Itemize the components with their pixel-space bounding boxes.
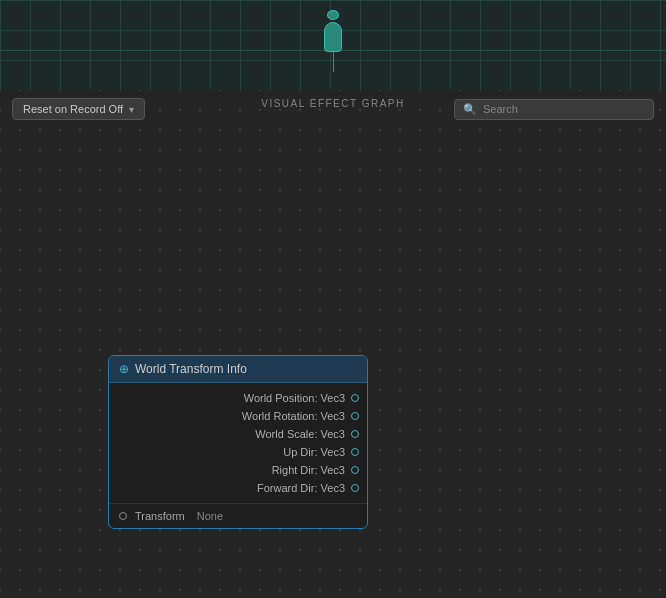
node-row: Right Dir: Vec3 (109, 461, 367, 479)
node-row: World Position: Vec3 (109, 389, 367, 407)
node-row: Up Dir: Vec3 (109, 443, 367, 461)
port-dot-0[interactable] (351, 394, 359, 402)
port-dot-5[interactable] (351, 484, 359, 492)
port-label-0: World Position: Vec3 (244, 392, 345, 404)
port-label-2: World Scale: Vec3 (255, 428, 345, 440)
port-dot-1[interactable] (351, 412, 359, 420)
node-card: ⊕ World Transform Info World Position: V… (108, 355, 368, 529)
port-dot-3[interactable] (351, 448, 359, 456)
object-head (327, 10, 339, 20)
port-dot-4[interactable] (351, 466, 359, 474)
port-label-3: Up Dir: Vec3 (283, 446, 345, 458)
main-area: VISUAL EFFECT GRAPH Reset on Record Off … (0, 90, 666, 598)
search-icon: 🔍 (463, 103, 477, 116)
input-label: Transform (135, 510, 185, 522)
node-header: ⊕ World Transform Info (109, 356, 367, 383)
node-row: World Scale: Vec3 (109, 425, 367, 443)
port-dot-2[interactable] (351, 430, 359, 438)
viewport (0, 0, 666, 90)
search-input[interactable] (483, 103, 645, 115)
world-icon: ⊕ (119, 362, 129, 376)
chevron-down-icon: ▾ (129, 104, 134, 115)
object-line (333, 52, 334, 72)
record-dropdown[interactable]: Reset on Record Off ▾ (12, 98, 145, 120)
object-body (324, 22, 342, 52)
input-value: None (197, 510, 223, 522)
dropdown-label: Reset on Record Off (23, 103, 123, 115)
node-footer: Transform None (109, 503, 367, 528)
input-port[interactable] (119, 512, 127, 520)
port-label-5: Forward Dir: Vec3 (257, 482, 345, 494)
node-body: World Position: Vec3 World Rotation: Vec… (109, 383, 367, 503)
node-row: World Rotation: Vec3 (109, 407, 367, 425)
node-title: World Transform Info (135, 362, 247, 376)
search-box: 🔍 (454, 99, 654, 120)
node-row: Forward Dir: Vec3 (109, 479, 367, 497)
viewport-object (324, 10, 342, 72)
port-label-4: Right Dir: Vec3 (272, 464, 345, 476)
port-label-1: World Rotation: Vec3 (242, 410, 345, 422)
header-bar: Reset on Record Off ▾ 🔍 (0, 90, 666, 128)
